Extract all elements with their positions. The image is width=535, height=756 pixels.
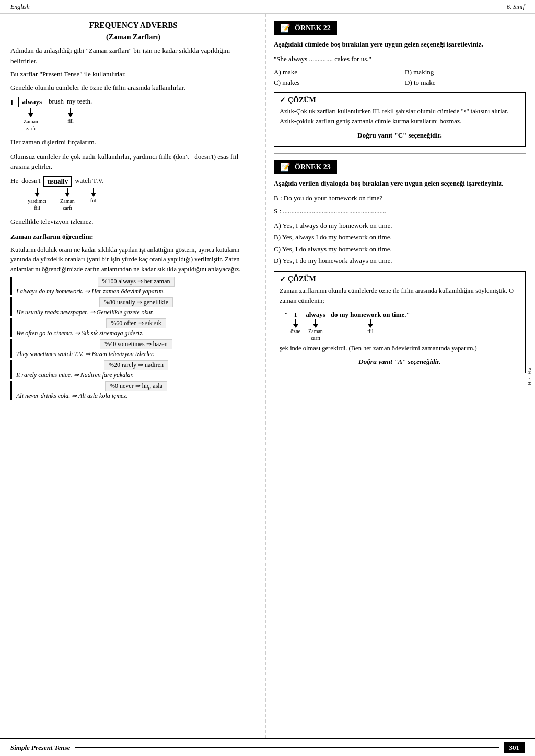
hw-always-text: always — [306, 311, 325, 319]
freq-example-4: It rarely catches mice. ⇒ Nadiren fare y… — [16, 371, 256, 379]
left-column: FREQUENCY ADVERBS (Zaman Zarfları) Adınd… — [0, 14, 266, 738]
label-zaman-zarfi1: Zamanzarfı — [24, 118, 38, 132]
para2: Bu zarflar "Present Tense" ile kullanılı… — [10, 69, 256, 79]
d2-he: He — [10, 177, 18, 185]
opt23-c[interactable]: C) Yes, I do always my homework on time. — [274, 244, 526, 255]
cozum22-title: ✓ ÇÖZÜM — [280, 96, 520, 105]
label-fiil2: fiil — [90, 198, 97, 203]
freq-example-1: He usually reads newspaper. ⇒ Genellikle… — [16, 308, 256, 316]
diagram1-rest: my teeth. — [67, 97, 92, 106]
freq-percent-4: %20 rarely ⇒ nadiren — [104, 360, 168, 370]
quote-open: " — [285, 311, 287, 319]
dialogue-b: B : Do you do your homework on time? — [274, 193, 526, 203]
option-d-key: D) to make — [405, 78, 435, 86]
freq-title: Zaman zarflarını öğrenelim: — [10, 232, 256, 242]
sentence2: Genellikle televizyon izlemez. — [10, 216, 256, 227]
right-divider — [274, 153, 526, 154]
dogru-yanit22: Doğru yanıt "C" seçeneğidir. — [280, 130, 520, 141]
ornek23-options: A) Yes, I always do my homework on time.… — [274, 221, 526, 266]
frequency-section: Zaman zarflarını öğrenelim: Kutuların do… — [10, 232, 256, 400]
hw-always-label: Zamanzarfı — [308, 328, 323, 341]
label-zaman-zarfi2: Zamanzarfı — [60, 198, 75, 211]
cozum22-text: Azlık-Çokluk zarfları kullanılırken III.… — [280, 107, 520, 127]
freq-content-3: %40 sometimes ⇒ bazen They sometimes wat… — [16, 339, 256, 358]
cozum23-text2: şeklinde olması gerekirdi. (Ben her zama… — [280, 343, 520, 353]
page: English 6. Sınıf FREQUENCY ADVERBS (Zama… — [0, 0, 535, 756]
option-b[interactable]: B) making — [405, 68, 526, 76]
cozum23-title: ✓ ÇÖZÜM — [280, 275, 520, 284]
option-c-key: C) makes — [274, 78, 299, 86]
freq-content-1: %80 usually ⇒ genellikle He usually read… — [16, 297, 256, 316]
ornek23-icon: 📝 — [280, 162, 290, 172]
diagram1-brush: brush — [49, 97, 64, 106]
option-d[interactable]: D) to make — [405, 78, 526, 87]
hw-do: do my homework on time." fiil — [331, 311, 410, 335]
doesnt-word: doesn't — [21, 177, 40, 185]
diagram2: He doesn't usually watch T.V. yardımcıfi… — [10, 176, 256, 211]
d2-watch: watch T.V. — [75, 177, 103, 185]
freq-item-1: %80 usually ⇒ genellikle He usually read… — [10, 297, 256, 316]
freq-item-0: %100 always ⇒ her zaman I always do my h… — [10, 277, 256, 295]
usually-box: usually — [43, 176, 72, 187]
ornek23-cozum: ✓ ÇÖZÜM Zaman zarflarının olumlu cümlele… — [274, 271, 526, 374]
option-a[interactable]: A) make — [274, 68, 394, 76]
freq-item-2: %60 often ⇒ sık sık We often go to cinem… — [10, 318, 256, 337]
freq-example-5: Ali never drinks cola. ⇒ Ali asla kola i… — [16, 392, 256, 400]
ornek22-options: A) make B) making C) makes D) to make — [274, 68, 526, 87]
freq-content-0: %100 always ⇒ her zaman I always do my h… — [16, 277, 256, 295]
hw-I-text: I — [294, 311, 297, 319]
freq-content-2: %60 often ⇒ sık sık We often go to cinem… — [16, 318, 256, 337]
footer-label: Simple Present Tense — [10, 743, 70, 752]
ornek22-title: ÖRNEK 22 — [295, 24, 331, 32]
freq-example-0: I always do my homework. ⇒ Her zaman öde… — [16, 288, 256, 295]
para4: Olumsuz cümleler ile çok nadir kullanılı… — [10, 152, 256, 172]
freq-percent-5: %0 never ⇒ hiç, asla — [105, 381, 167, 391]
freq-intro: Kutuların doluluk oranı ne kadar sıklıkl… — [10, 245, 256, 274]
ornek22-icon: 📝 — [280, 23, 290, 33]
hw-always: always Zamanzarfı — [306, 311, 325, 341]
header-left: English — [10, 3, 30, 11]
freq-example-2: We often go to cinema. ⇒ Sık sık sinemay… — [16, 329, 256, 337]
diagram1-always: always — [18, 97, 45, 107]
diagram1: I always brush my teeth. Zamanzarfı — [10, 97, 256, 132]
hw-do-label: fiil — [367, 328, 374, 335]
cozum23-diagram: " I özne always Zamanzarfı do my — [285, 311, 520, 341]
ornek22-sentence: "She always .............. cakes for us.… — [274, 54, 526, 64]
label-yardimci: yardımcıfiil — [28, 198, 46, 211]
content-area: FREQUENCY ADVERBS (Zaman Zarfları) Adınd… — [0, 14, 535, 738]
freq-example-3: They sometimes watch T.V. ⇒ Bazen televi… — [16, 350, 256, 358]
dialogue-s: S : ....................................… — [274, 206, 526, 216]
opt23-b[interactable]: B) Yes, always I do my homework on time. — [274, 232, 526, 243]
sentence1: Her zaman dişlerimi fırçalarım. — [10, 137, 256, 147]
freq-percent-1: %80 usually ⇒ genellikle — [99, 297, 173, 307]
freq-item-3: %40 sometimes ⇒ bazen They sometimes wat… — [10, 339, 256, 358]
section-subtitle: (Zaman Zarfları) — [10, 33, 256, 41]
section-title: FREQUENCY ADVERBS — [10, 21, 256, 30]
opt23-a[interactable]: A) Yes, I always do my homework on time. — [274, 221, 526, 231]
ornek23-title: ÖRNEK 23 — [295, 163, 331, 171]
diagram1-num: I — [10, 99, 13, 107]
cozum23-label: ÇÖZÜM — [288, 275, 316, 283]
freq-percent-2: %60 often ⇒ sık sık — [106, 318, 166, 328]
hw-I-label: özne — [290, 328, 300, 335]
cozum23-text1: Zaman zarflarının olumlu cümlelerde özne… — [280, 286, 520, 306]
ornek22-question: Aşağıdaki cümlede boş bırakılan yere uyg… — [274, 39, 526, 50]
dogru-yanit23: Doğru yanıt "A" seçeneğidir. — [280, 357, 520, 367]
footer-page: 301 — [504, 742, 525, 753]
freq-content-4: %20 rarely ⇒ nadiren It rarely catches m… — [16, 360, 256, 379]
checkmark22: ✓ — [280, 96, 286, 105]
dialogue: B : Do you do your homework on time? S :… — [274, 193, 526, 216]
freq-item-5: %0 never ⇒ hiç, asla Ali never drinks co… — [10, 381, 256, 400]
opt23-d[interactable]: D) Yes, I do my homework always on time. — [274, 256, 526, 266]
option-c[interactable]: C) makes — [274, 78, 394, 87]
d2-doesnt: doesn't — [21, 177, 40, 187]
ornek23-question: Aşağıda verilen diyalogda boş bırakılan … — [274, 178, 526, 189]
intro-text: Adından da anlaşıldığı gibi "Zaman zarfl… — [10, 45, 256, 66]
side-text: He Ha — [527, 366, 532, 385]
freq-item-4: %20 rarely ⇒ nadiren It rarely catches m… — [10, 360, 256, 379]
right-column: He Ha 📝 ÖRNEK 22 Aşağıdaki cümlede boş b… — [266, 14, 535, 738]
checkmark23: ✓ — [280, 275, 286, 284]
ornek22-cozum: ✓ ÇÖZÜM Azlık-Çokluk zarfları kullanılır… — [274, 92, 526, 147]
always-box: always — [18, 97, 45, 107]
ornek22-label: 📝 ÖRNEK 22 — [274, 21, 337, 35]
